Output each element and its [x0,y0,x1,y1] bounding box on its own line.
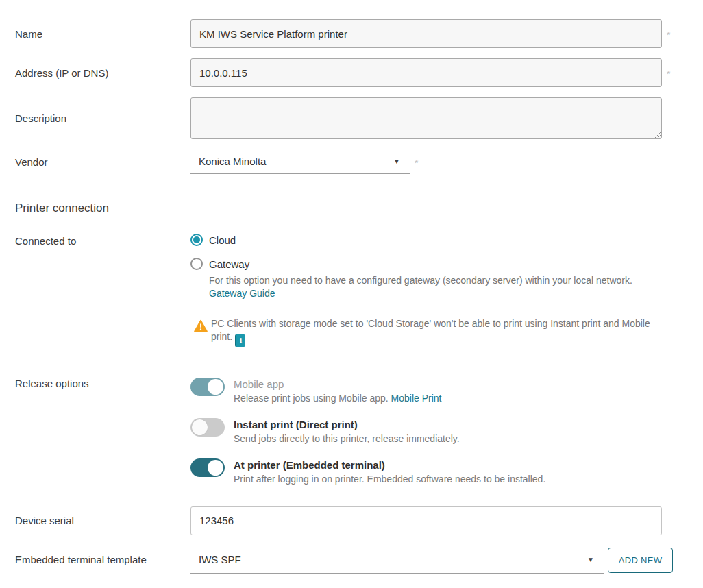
gateway-guide-link[interactable]: Gateway Guide [209,288,661,299]
embedded-terminal-template-value: IWS SPF [199,554,241,565]
description-label: Description [15,112,190,124]
embedded-terminal-template-label: Embedded terminal template [15,554,190,565]
release-options-label: Release options [15,376,190,389]
required-asterisk: * [667,27,670,40]
device-serial-label: Device serial [15,515,190,526]
radio-cloud-label: Cloud [209,234,236,246]
address-label: Address (IP or DNS) [15,67,190,79]
chevron-down-icon: ▼ [393,158,400,165]
required-asterisk: * [667,66,670,79]
mobile-app-description: Release print jobs using Mobile app. [234,393,388,404]
mobile-print-link[interactable]: Mobile Print [391,393,442,404]
address-input[interactable] [190,58,662,87]
connected-to-row: Connected to Cloud Gateway For this opti… [15,234,688,347]
name-input[interactable] [190,19,662,48]
chevron-down-icon: ▼ [587,556,594,563]
radio-option-gateway[interactable]: Gateway [190,258,661,270]
instant-print-title: Instant print (Direct print) [234,417,460,430]
description-textarea[interactable] [190,97,662,139]
embedded-terminal-template-row: Embedded terminal template IWS SPF ▼ ADD… [15,546,688,574]
embedded-terminal-template-select[interactable]: IWS SPF ▼ [190,546,604,574]
instant-print-toggle-row: Instant print (Direct print) Send jobs d… [190,417,545,445]
device-serial-row: Device serial [15,506,688,535]
printer-connection-heading: Printer connection [15,201,688,215]
vendor-select[interactable]: Konica Minolta ▼ [190,149,410,174]
name-label: Name [15,28,190,40]
mobile-app-toggle-row: Mobile app Release print jobs using Mobi… [190,376,545,405]
toggle-knob [192,419,208,435]
at-printer-toggle-row: At printer (Embedded terminal) Print aft… [190,457,545,486]
release-options-row: Release options Mobile app Release print… [15,376,688,486]
gateway-help-text: For this option you need to have a confi… [209,274,661,287]
at-printer-description: Print after logging in on printer. Embed… [234,473,545,486]
vendor-label: Vendor [15,156,190,168]
mobile-app-toggle[interactable] [190,378,225,396]
vendor-field-row: Vendor Konica Minolta ▼ * [15,149,688,174]
at-printer-toggle[interactable] [190,458,225,477]
device-serial-input[interactable] [190,506,662,535]
toggle-knob [208,379,223,395]
printer-settings-form: Name * Address (IP or DNS) * Description… [0,0,703,574]
at-printer-title: At printer (Embedded terminal) [234,457,545,471]
info-book-icon[interactable]: i [235,334,245,347]
description-field-row: Description [15,97,688,139]
warning-text: PC Clients with storage mode set to 'Clo… [211,318,650,342]
mobile-app-title: Mobile app [234,376,442,390]
add-new-button[interactable]: ADD NEW [608,548,673,573]
vendor-select-value: Konica Minolta [199,156,266,167]
radio-gateway[interactable] [190,258,203,270]
radio-option-cloud[interactable]: Cloud [190,234,661,246]
instant-print-description: Send jobs directly to this printer, rele… [234,432,460,445]
radio-cloud[interactable] [190,234,203,246]
instant-print-toggle[interactable] [190,418,225,437]
radio-gateway-label: Gateway [209,258,249,270]
cloud-storage-warning: PC Clients with storage mode set to 'Clo… [194,317,661,347]
warning-triangle-icon [194,319,208,332]
name-field-row: Name * [15,19,688,48]
address-field-row: Address (IP or DNS) * [15,58,688,87]
toggle-knob [208,460,223,476]
connected-to-label: Connected to [15,234,190,247]
required-asterisk: * [415,155,418,169]
